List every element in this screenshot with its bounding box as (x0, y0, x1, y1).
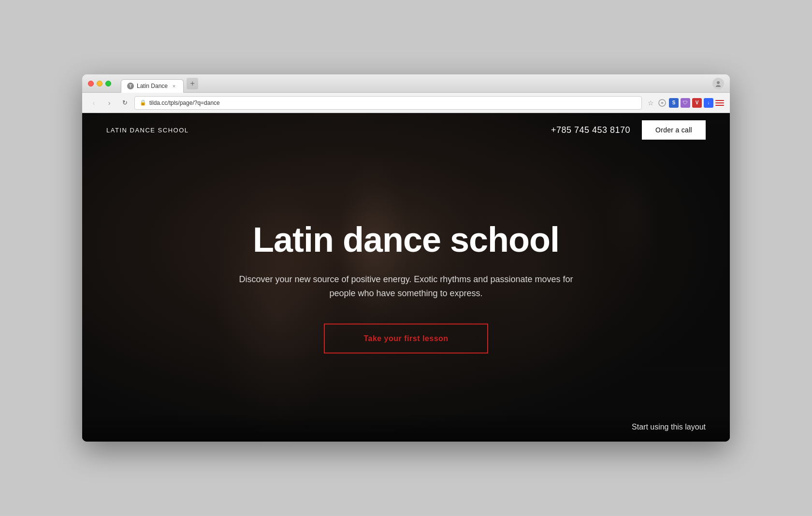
phone-number: +785 745 453 8170 (551, 125, 630, 135)
maximize-button[interactable] (105, 81, 111, 86)
minimize-button[interactable] (97, 81, 102, 86)
tab-bar: T Latin Dance × + (121, 74, 709, 92)
menu-icon[interactable] (715, 100, 724, 106)
tab-close-button[interactable]: × (171, 83, 177, 89)
shield-extension-icon[interactable]: 🛡 (681, 98, 690, 108)
active-tab[interactable]: T Latin Dance × (121, 79, 184, 93)
nav-right: +785 745 453 8170 Order a call (551, 120, 706, 140)
extensions-icon[interactable] (657, 98, 667, 108)
hero-content: Latin dance school Discover your new sou… (147, 221, 665, 354)
url-text: tilda.cc/tpls/page/?q=dance (149, 100, 220, 106)
forward-button[interactable]: › (103, 97, 115, 109)
cta-button[interactable]: Take your first lesson (324, 323, 488, 353)
page-content: LATIN DANCE SCHOOL +785 745 453 8170 Ord… (82, 113, 730, 442)
address-bar: ‹ › ↻ 🔒 tilda.cc/tpls/page/?q=dance ☆ S … (82, 93, 730, 113)
tab-favicon: T (127, 83, 134, 89)
svg-point-1 (716, 85, 721, 87)
hero-subtitle: Discover your new source of positive ene… (237, 272, 575, 301)
profile-icon[interactable] (712, 78, 724, 89)
site-name: LATIN DANCE SCHOOL (106, 127, 189, 134)
order-call-button[interactable]: Order a call (642, 120, 706, 140)
site-nav: LATIN DANCE SCHOOL +785 745 453 8170 Ord… (82, 113, 730, 147)
close-button[interactable] (88, 81, 94, 86)
url-field[interactable]: 🔒 tilda.cc/tpls/page/?q=dance (134, 96, 642, 110)
bookmark-icon[interactable]: ☆ (646, 98, 655, 108)
browser-window: T Latin Dance × + ‹ › ↻ 🔒 tilda.cc/tpls/… (82, 74, 730, 442)
start-layout-link[interactable]: Start using this layout (632, 423, 706, 431)
refresh-button[interactable]: ↻ (119, 97, 130, 109)
title-bar: T Latin Dance × + (82, 74, 730, 93)
s-extension-icon[interactable]: S (669, 98, 679, 108)
bottom-bar: Start using this layout (82, 413, 730, 442)
svg-point-0 (717, 81, 720, 84)
traffic-lights (88, 81, 111, 86)
back-button[interactable]: ‹ (88, 97, 100, 109)
hero-title: Latin dance school (147, 221, 665, 259)
lock-icon: 🔒 (140, 100, 146, 106)
download-icon[interactable]: ↓ (704, 98, 713, 108)
v-extension-icon[interactable]: V (692, 98, 702, 108)
tab-title: Latin Dance (137, 83, 168, 89)
new-tab-button[interactable]: + (187, 78, 198, 89)
toolbar-icons: ☆ S 🛡 V ↓ (646, 98, 724, 108)
